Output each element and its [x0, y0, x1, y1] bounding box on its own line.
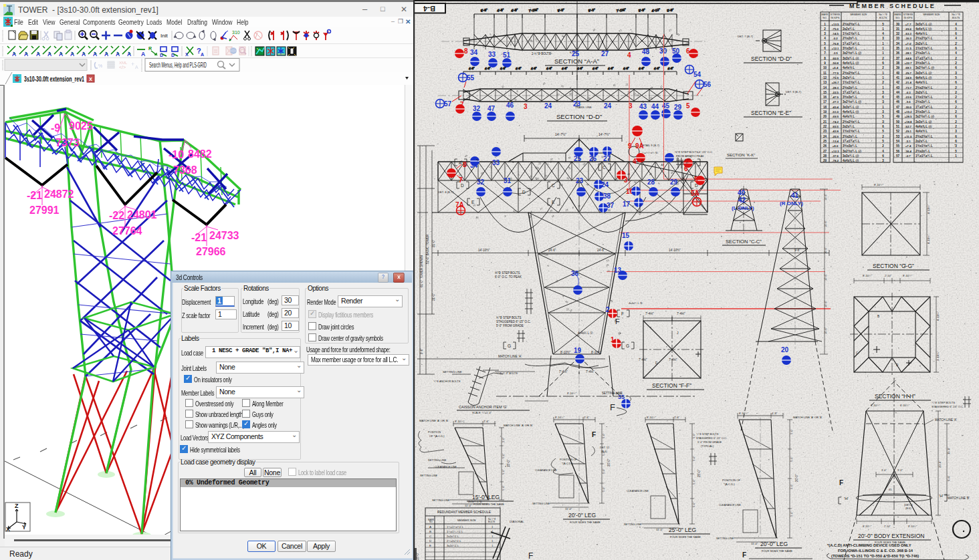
svg-text:44: 44: [627, 173, 630, 176]
svg-text:C: C: [552, 183, 555, 188]
svg-text:+11.0: +11.0: [905, 135, 912, 138]
svg-text:46: 46: [475, 217, 478, 219]
svg-text:-30.3: -30.3: [905, 37, 912, 40]
svg-text:5'-0": 5'-0": [790, 428, 793, 434]
svg-text:10'-6": 10'-6": [824, 193, 827, 200]
svg-text:6: 6: [955, 81, 957, 84]
svg-text:15: 15: [560, 184, 563, 186]
svg-text:SCALE: ¼"=1’-0": SCALE: ¼"=1’-0": [472, 412, 492, 414]
svg-text:2: 2: [955, 57, 957, 60]
svg-text:A: A: [12, 51, 16, 57]
svg-text:8: 8: [824, 57, 826, 60]
svg-text:6: 6: [955, 135, 957, 138]
svg-text:29: 29: [546, 254, 548, 257]
svg-text:15'-0": 15'-0": [947, 447, 950, 454]
svg-text:Init: Init: [160, 33, 168, 39]
svg-text:8'-10½": 8'-10½": [591, 350, 602, 354]
svg-text:14'-7½": 14'-7½": [599, 132, 610, 136]
svg-text:</>: </>: [119, 65, 126, 69]
svg-text:1: 1: [882, 42, 884, 45]
svg-text:2'-6": 2'-6": [674, 416, 680, 419]
svg-text:2½x2x¼ L: 2½x2x¼ L: [843, 86, 857, 90]
svg-text:55: 55: [896, 144, 900, 148]
svg-text:8'-10½": 8'-10½": [863, 525, 872, 528]
svg-text:-63.3: -63.3: [905, 32, 912, 35]
svg-text:STAGGERED 6"-15" O.C.: STAGGERED 6"-15" O.C.: [932, 405, 964, 408]
svg-text:M E M B E R S C H E D U L E: M E M B E R S C H E D U L E: [849, 3, 934, 9]
svg-text:45: 45: [662, 102, 670, 110]
svg-text:SETTING LINE: SETTING LINE: [420, 474, 437, 477]
svg-text:G: G: [508, 343, 511, 348]
svg-text:3: 3: [882, 120, 884, 124]
svg-text:-75.0: -75.0: [832, 27, 839, 31]
svg-text:8'-10½": 8'-10½": [927, 204, 930, 214]
svg-text:1: 1: [824, 23, 826, 26]
svg-text:6: 6: [955, 47, 957, 50]
svg-text:8: 8: [665, 175, 666, 178]
svg-text:3½x3x¼ L: 3½x3x¼ L: [915, 110, 930, 114]
svg-text:+28.5: +28.5: [904, 115, 912, 118]
svg-text:24801: 24801: [127, 209, 157, 221]
svg-text:F: F: [528, 551, 533, 560]
svg-text:⅜"Φ STEP BOLTS 6"-15" O.C.: ⅜"Φ STEP BOLTS 6"-15" O.C.: [675, 150, 713, 154]
svg-text:4: 4: [882, 150, 884, 153]
svg-text:%: %: [98, 63, 102, 68]
svg-text:54: 54: [693, 71, 701, 78]
svg-text:34: 34: [896, 42, 900, 45]
svg-text:1: 1: [882, 47, 884, 50]
svg-text:7373: 7373: [56, 137, 80, 148]
svg-text:8: 8: [512, 37, 513, 39]
svg-text:2x2x¼ L: 2x2x¼ L: [843, 124, 855, 128]
svg-text:(L ONLY): (L ONLY): [732, 205, 754, 211]
svg-text:FOUR SIDES THE SAME: FOUR SIDES THE SAME: [762, 549, 792, 553]
svg-text:-22.5: -22.5: [832, 91, 839, 94]
svg-text:SECTION “D-D”: SECTION “D-D”: [556, 113, 602, 120]
svg-text:SECTION “C-C”: SECTION “C-C”: [726, 239, 762, 245]
svg-text:3'-0": 3'-0": [881, 468, 887, 472]
svg-text:27991: 27991: [29, 204, 60, 216]
svg-text:27: 27: [550, 158, 553, 161]
svg-text:MATCH LINE 'A' OR 'B': MATCH LINE 'A' OR 'B': [504, 424, 533, 427]
svg-text:-0.2: -0.2: [833, 37, 838, 40]
svg-text:10'-6": 10'-6": [824, 300, 827, 307]
svg-text:9A: 9A: [635, 142, 644, 150]
svg-text:2½x2½x¼ L: 2½x2½x¼ L: [915, 86, 933, 90]
svg-text:45: 45: [889, 488, 892, 491]
svg-text:2½x2x¼ L: 2½x2x¼ L: [915, 149, 930, 153]
svg-text:IN KIPS: IN KIPS: [831, 17, 840, 19]
svg-text:2: 2: [955, 61, 957, 65]
svg-text:-60.9: -60.9: [832, 57, 839, 60]
svg-text:3x2x¼₤ L: 3x2x¼₤ L: [447, 544, 459, 547]
svg-text:D: D: [522, 190, 526, 194]
svg-text:2: 2: [955, 106, 957, 109]
svg-text:5'-0" FROM GRADE: 5'-0" FROM GRADE: [496, 324, 524, 327]
svg-text:6: 6: [955, 66, 957, 69]
svg-text:¾=¾½x¼ Ⓡ: ¾=¾½x¼ Ⓡ: [642, 151, 659, 154]
svg-text:5: 5: [955, 150, 957, 153]
svg-text:46: 46: [896, 100, 900, 104]
svg-text:24733: 24733: [209, 230, 239, 241]
svg-text:-43.4: -43.4: [832, 106, 839, 109]
svg-text:40: 40: [608, 209, 611, 212]
svg-text:X: X: [6, 526, 10, 533]
svg-text:CLEARANCE LINE: CLEARANCE LINE: [435, 466, 457, 468]
svg-text:37: 37: [896, 57, 900, 60]
svg-text:FOR IOWA-ILLINOIS G & E. CO. 3: FOR IOWA-ILLINOIS G & E. CO. 368 B-14: [838, 549, 913, 553]
svg-text:2x2x¼ L: 2x2x¼ L: [843, 27, 855, 31]
svg-text:4: 4: [824, 37, 826, 40]
svg-text:¾"Φ STEP BOLTS: ¾"Φ STEP BOLTS: [932, 401, 955, 404]
svg-text:3: 3: [882, 100, 884, 104]
svg-text:5'-0": 5'-0": [692, 432, 695, 438]
svg-text:11'-0": 11'-0": [565, 507, 572, 511]
svg-text:-70.9: -70.9: [832, 76, 839, 80]
svg-text:24: 24: [544, 102, 552, 110]
svg-text:49: 49: [896, 115, 900, 118]
svg-text:FOUR SIDES THE SAME: FOUR SIDES THE SAME: [473, 503, 504, 506]
svg-text:28: 28: [647, 178, 655, 186]
svg-text:6: 6: [882, 125, 884, 128]
svg-text:SETTING LINE: SETTING LINE: [532, 503, 550, 505]
svg-text:-21.4: -21.4: [905, 81, 912, 84]
svg-text:24872: 24872: [44, 188, 74, 200]
svg-text:C: C: [603, 165, 606, 170]
svg-text:31: 31: [896, 27, 900, 31]
